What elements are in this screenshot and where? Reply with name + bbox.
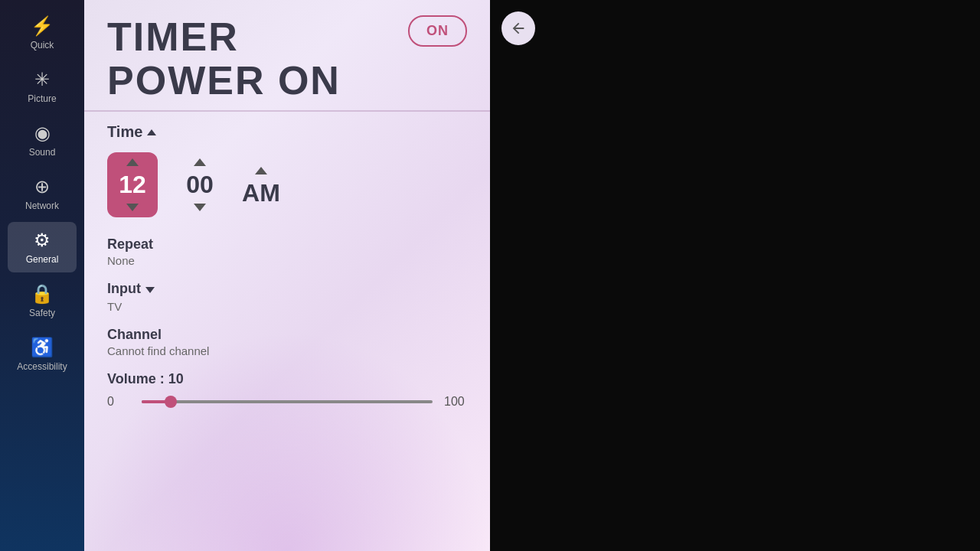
input-label: Input [107,281,141,297]
sidebar-item-general[interactable]: ⚙ General [8,222,77,272]
picture-icon: ✳ [34,69,50,90]
right-panel [490,0,980,551]
sidebar-item-picture-label: Picture [28,93,56,104]
sidebar-item-sound[interactable]: ◉ Sound [8,115,77,165]
back-arrow-icon [510,20,527,37]
channel-label: Channel [107,327,467,343]
time-controls: 12 00 [107,152,467,217]
hour-value: 12 [113,171,152,199]
period-value: AM [242,179,280,207]
main-content: TIMER POWER ON ON Time 12 [84,0,490,551]
sidebar-item-network-label: Network [25,201,59,211]
sidebar-item-network[interactable]: ⊕ Network [8,168,77,219]
sidebar-item-quick[interactable]: ⚡ Quick [8,8,77,58]
slider-min-label: 0 [107,395,130,409]
volume-slider-row: 0 100 [107,395,467,409]
period-up-button[interactable] [247,162,275,179]
svg-marker-2 [194,158,206,166]
slider-max-label: 100 [444,395,467,409]
hour-control: 12 [107,152,158,217]
slider-thumb[interactable] [165,396,177,408]
toggle-button[interactable]: ON [408,15,467,47]
minute-down-button[interactable] [186,199,214,216]
sidebar-item-safety-label: Safety [29,308,55,318]
sound-icon: ◉ [34,122,51,144]
repeat-label: Repeat [107,236,467,253]
sidebar-item-sound-label: Sound [29,147,56,158]
sidebar-item-safety[interactable]: 🔒 Safety [8,276,77,326]
input-value: TV [107,300,467,313]
volume-slider[interactable] [142,398,433,406]
svg-marker-0 [126,158,139,166]
back-button[interactable] [501,11,535,45]
input-dropdown-icon[interactable] [145,287,155,293]
hour-down-button[interactable] [119,199,146,216]
quick-icon: ⚡ [31,15,54,37]
sidebar-item-picture[interactable]: ✳ Picture [8,61,77,112]
svg-marker-1 [126,204,139,211]
channel-value: Cannot find channel [107,344,467,357]
svg-marker-3 [194,204,206,211]
channel-section: Channel Cannot find channel [107,327,467,357]
minute-up-button[interactable] [186,154,214,171]
hour-up-button[interactable] [119,154,146,171]
sidebar-item-accessibility[interactable]: ♿ Accessibility [8,329,77,380]
safety-icon: 🔒 [31,283,54,305]
network-icon: ⊕ [34,176,50,197]
general-icon: ⚙ [34,230,51,251]
volume-section: Volume : 10 0 100 [107,371,467,409]
repeat-value: None [107,254,467,267]
input-label-row: Input [107,281,467,298]
page-title: TIMER POWER ON [107,15,408,103]
sidebar-item-general-label: General [26,254,59,265]
sidebar-item-accessibility-label: Accessibility [17,361,67,372]
period-control: AM [242,162,280,207]
page-header: TIMER POWER ON ON [84,0,490,112]
minute-value: 00 [181,171,219,199]
volume-label: Volume : 10 [107,371,467,387]
sidebar: ⚡ Quick ✳ Picture ◉ Sound ⊕ Network ⚙ Ge… [0,0,84,551]
accessibility-icon: ♿ [31,337,54,358]
minute-control: 00 [181,154,219,216]
time-section-header: Time [107,123,467,141]
time-collapse-icon[interactable] [147,129,156,135]
content-body: Time 12 [84,112,490,420]
time-label: Time [107,123,142,141]
repeat-section: Repeat None [107,236,467,267]
svg-marker-4 [255,167,267,174]
sidebar-item-quick-label: Quick [31,40,54,51]
input-section: Input TV [107,281,467,313]
slider-track [142,400,433,403]
